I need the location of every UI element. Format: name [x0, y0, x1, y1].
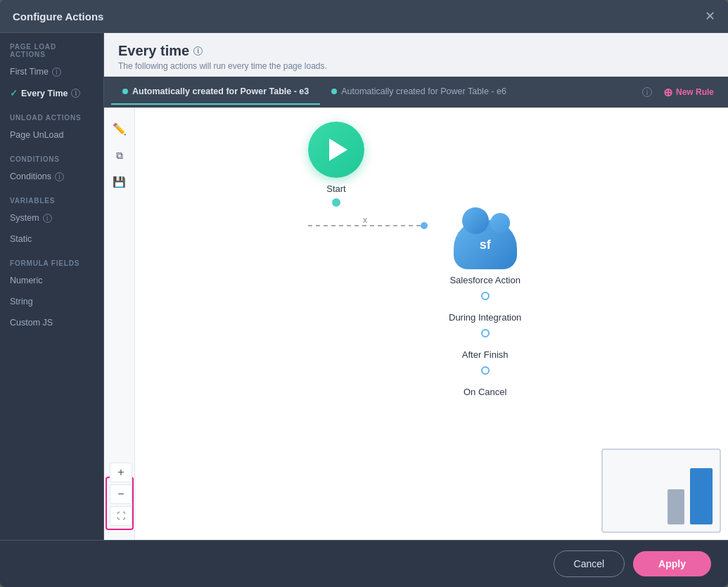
- minimap-gray-bar: [668, 489, 684, 524]
- zoom-out-button[interactable]: −: [110, 484, 132, 504]
- sf-after-connector: [449, 323, 521, 344]
- new-rule-button[interactable]: ⊕ New Rule: [656, 82, 721, 103]
- new-rule-label: New Rule: [676, 87, 714, 97]
- sf-cloud-node[interactable]: sf: [454, 220, 517, 269]
- sf-text: sf: [480, 238, 491, 252]
- content-subtitle: The following actions will run every tim…: [118, 61, 714, 71]
- sf-node-wrapper: sf Salesforce Action During Integration …: [449, 220, 521, 397]
- save-icon: 💾: [113, 176, 126, 188]
- tab-e6-label: Automatically created for Power Table - …: [341, 86, 506, 96]
- after-dot: [481, 329, 490, 337]
- canvas-inner: ✏️ ⧉ 💾 ⏻: [104, 108, 728, 540]
- modal-header: Configure Actions ✕: [0, 0, 728, 33]
- start-play-icon: [329, 138, 347, 161]
- page-load-section-label: PAGE LOAD ACTIONS: [0, 33, 103, 61]
- edit-icon: ✏️: [113, 122, 127, 136]
- sf-during-connector: [449, 285, 521, 307]
- start-node[interactable]: [308, 122, 364, 178]
- first-time-info-icon[interactable]: i: [52, 67, 61, 77]
- system-label: System: [10, 213, 39, 223]
- close-button[interactable]: ✕: [705, 10, 715, 22]
- sidebar-item-string[interactable]: String: [0, 291, 103, 312]
- every-time-info-icon[interactable]: i: [71, 89, 80, 98]
- first-time-label: First Time: [10, 67, 49, 77]
- sidebar: PAGE LOAD ACTIONS First Time i ✓ Every T…: [0, 33, 104, 540]
- fit-button[interactable]: ⛶: [110, 506, 132, 526]
- sf-label: Salesforce Action: [449, 275, 521, 285]
- content-title: Every time i: [118, 43, 714, 59]
- sidebar-item-system[interactable]: System i: [0, 207, 103, 228]
- modal-body: PAGE LOAD ACTIONS First Time i ✓ Every T…: [0, 33, 728, 540]
- sidebar-item-static[interactable]: Static: [0, 228, 103, 250]
- minimap-blue-bar: [690, 468, 713, 524]
- conditions-section-label: CONDITIONS: [0, 146, 103, 166]
- sidebar-item-custom-js[interactable]: Custom JS: [0, 312, 103, 333]
- sidebar-item-page-unload[interactable]: Page UnLoad: [0, 124, 103, 146]
- tab-e6[interactable]: Automatically created for Power Table - …: [320, 79, 518, 105]
- modal-title: Configure Actions: [13, 11, 103, 22]
- zoom-in-icon: +: [117, 466, 124, 479]
- minimap: [601, 449, 721, 533]
- start-node-wrapper: Start: [308, 122, 364, 207]
- tab-e3[interactable]: Automatically created for Power Table - …: [111, 79, 320, 105]
- cancel-button[interactable]: Cancel: [554, 550, 625, 577]
- modal-footer: Cancel Apply: [0, 540, 728, 587]
- conditions-label: Conditions: [10, 172, 51, 181]
- edit-tool-button[interactable]: ✏️: [107, 116, 132, 141]
- formula-section-label: FORMULA FIELDS: [0, 250, 103, 270]
- static-label: Static: [10, 234, 32, 244]
- numeric-label: Numeric: [10, 276, 43, 285]
- during-dot: [481, 292, 490, 300]
- during-label: During Integration: [449, 312, 521, 323]
- cancel-label: On Cancel: [449, 387, 521, 397]
- start-connector-dot: [332, 198, 340, 207]
- copy-tool-button[interactable]: ⧉: [107, 143, 132, 168]
- variables-section-label: VARIABLES: [0, 187, 103, 207]
- heading-info-icon[interactable]: i: [193, 46, 203, 56]
- canvas-container: ✏️ ⧉ 💾 ⏻: [104, 108, 728, 540]
- sf-cancel-connector: [449, 360, 521, 381]
- cancel-dot: [481, 366, 490, 375]
- unload-section-label: UNLOAD ACTIONS: [0, 104, 103, 124]
- main-content: Every time i The following actions will …: [104, 33, 728, 540]
- tab-e6-dot: [331, 89, 337, 94]
- content-header: Every time i The following actions will …: [104, 33, 728, 77]
- zoom-tools: + − ⛶: [108, 463, 134, 526]
- zoom-out-icon: −: [117, 488, 124, 501]
- conditions-info-icon[interactable]: i: [55, 172, 64, 181]
- dashed-line: x: [308, 212, 463, 240]
- new-rule-plus-icon: ⊕: [663, 86, 672, 99]
- sidebar-item-first-time[interactable]: First Time i: [0, 61, 103, 82]
- save-tool-button[interactable]: 💾: [107, 169, 132, 195]
- configure-actions-modal: Configure Actions ✕ PAGE LOAD ACTIONS Fi…: [0, 0, 728, 587]
- minimap-content: [603, 450, 720, 531]
- every-time-label: Every Time: [21, 89, 68, 98]
- system-info-icon[interactable]: i: [43, 214, 52, 223]
- tabs-row: Automatically created for Power Table - …: [104, 77, 728, 108]
- custom-js-label: Custom JS: [10, 318, 53, 328]
- string-label: String: [10, 297, 33, 307]
- zoom-in-button[interactable]: +: [110, 463, 132, 482]
- copy-icon: ⧉: [116, 150, 123, 162]
- sidebar-item-conditions[interactable]: Conditions i: [0, 166, 103, 187]
- apply-button[interactable]: Apply: [633, 551, 711, 576]
- svg-text:x: x: [363, 215, 367, 225]
- tabs-info-icon[interactable]: i: [642, 87, 652, 97]
- start-label: Start: [308, 183, 364, 194]
- fit-icon: ⛶: [117, 511, 125, 521]
- sidebar-item-numeric[interactable]: Numeric: [0, 270, 103, 291]
- page-unload-label: Page UnLoad: [10, 130, 63, 140]
- tab-e3-dot: [122, 89, 128, 94]
- sidebar-item-every-time[interactable]: ✓ Every Time i: [0, 82, 103, 104]
- every-time-heading: Every time: [118, 43, 189, 59]
- tab-e3-label: Automatically created for Power Table - …: [132, 86, 309, 96]
- every-time-check-icon: ✓: [10, 88, 18, 98]
- svg-point-2: [421, 222, 428, 229]
- after-label: After Finish: [449, 349, 521, 360]
